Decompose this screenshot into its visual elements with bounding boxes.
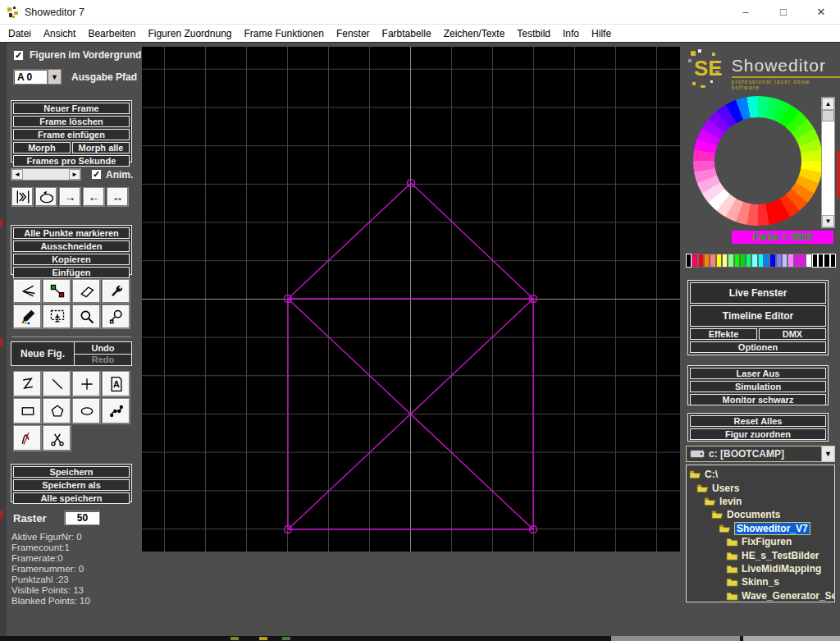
arrow-both-icon-button[interactable]: ↔ [107,187,129,207]
menu-item-fenster[interactable]: Fenster [336,28,370,39]
bezier-icon-button[interactable] [102,398,130,424]
einfuegen-button[interactable]: Einfügen [13,267,130,278]
neuer-frame-button[interactable]: Neuer Frame [13,103,130,114]
tree-item-livemidimapping[interactable]: LiveMidiMapping [689,562,834,575]
tree-item-showeditor-v7[interactable]: Showeditor_V7 [689,522,834,535]
frame-einfuegen-button[interactable]: Frame einfügen [13,129,130,140]
tree-item-skinn-s[interactable]: Skinn_s [689,575,834,588]
alle-speichern-button[interactable]: Alle speichern [13,492,130,504]
minimize-icon[interactable]: – [727,0,765,25]
hand-select-icon-button[interactable] [43,304,71,329]
menu-item-datei[interactable]: Datei [8,28,31,39]
color-scrollbar[interactable]: ▲ ▼ [821,97,835,228]
text-icon-button[interactable]: A [102,371,130,397]
menu-item-zeichen-texte[interactable]: Zeichen/Texte [444,28,505,39]
morph-button[interactable]: Morph [13,142,71,153]
tree-item-users[interactable]: Users [689,481,834,494]
tree-item-documents[interactable]: Documents [689,508,834,521]
ausgabe-pfad-select[interactable]: A 0 [13,69,48,85]
timeline-editor-button[interactable]: Timeline Editor [690,305,826,327]
palette-swatch[interactable] [758,254,764,268]
menu-item-testbild[interactable]: Testbild [517,28,550,39]
neue-fig-button[interactable]: Neue Fig. [11,342,74,365]
palette-swatch[interactable] [716,254,722,268]
palette-swatch[interactable] [710,254,715,268]
zoom-out-icon-button[interactable] [102,304,130,329]
figuren-vordergrund-checkbox[interactable]: ✓ [13,50,24,61]
wave-distribute-icon-button[interactable] [11,187,34,207]
eraser-icon-button[interactable] [72,279,101,304]
tree-item-fixfiguren[interactable]: FixFiguren [689,535,834,548]
color-pick-icon-button[interactable] [13,304,42,329]
palette-swatch[interactable] [812,254,818,268]
menu-item-farbtabelle[interactable]: Farbtabelle [382,28,431,39]
wrench-icon-button[interactable] [102,279,130,304]
live-fenster-button[interactable]: Live Fenster [690,282,826,304]
figur-zuordnen-button[interactable]: Figur zuordnen [690,428,826,440]
curve-icon-button[interactable] [13,425,42,451]
morph-alle-button[interactable]: Morph alle [72,142,130,153]
palette-swatch[interactable] [764,254,769,268]
scroll-left-icon[interactable]: ◄ [11,169,23,180]
scroll-down-icon[interactable]: ▼ [822,215,834,227]
menu-item-ansicht[interactable]: Ansicht [43,28,75,39]
speichern-als-button[interactable]: Speichern als [13,479,130,491]
frame-scrollbar-track[interactable] [23,169,69,180]
menu-item-figuren-zuordnung[interactable]: Figuren Zuordnung [148,28,231,39]
pentagon-icon-button[interactable] [43,398,71,424]
scissors-icon-button[interactable] [43,425,71,451]
undo-button[interactable]: Undo [75,342,131,355]
dmx-button[interactable]: DMX [759,328,826,340]
palette-swatch[interactable] [698,254,704,268]
anim-checkbox[interactable]: ✓ [91,169,102,180]
line-icon-button[interactable] [43,371,71,397]
palette-swatch[interactable] [692,254,697,268]
menu-item-bearbeiten[interactable]: Bearbeiten [88,28,135,39]
ausgabe-pfad-dropdown-icon[interactable]: ▼ [48,69,62,85]
frame-loeschen-button[interactable]: Frame löschen [13,116,130,127]
scroll-up-icon[interactable]: ▲ [822,98,834,110]
drive-select[interactable]: c: [BOOTCAMP] ▼ [686,446,835,462]
palette-swatch[interactable] [746,254,751,268]
tree-item-c-[interactable]: C:\ [689,468,834,481]
frames-pro-sekunde-button[interactable]: Frames pro Sekunde [13,155,130,167]
menu-item-info[interactable]: Info [563,28,579,39]
zoom-in-icon-button[interactable] [72,304,101,329]
tree-item-he-s-testbilder[interactable]: HE_s_TestBilder [689,548,834,561]
palette-swatch[interactable] [769,254,775,268]
palette-swatch[interactable] [794,254,800,268]
palette-swatch[interactable] [740,254,746,268]
color-scrollbar-thumb[interactable] [822,110,834,121]
maximize-icon[interactable]: □ [765,0,802,25]
palette-swatch[interactable] [818,254,824,268]
palette-swatch[interactable] [788,254,793,268]
ellipse-icon-button[interactable] [72,398,101,424]
redo-button[interactable]: Redo [75,355,131,366]
frame-scrollbar[interactable]: ◄ ► [11,168,81,181]
rotate-ellipse-icon-button[interactable] [35,187,57,207]
effekte-button[interactable]: Effekte [690,328,757,340]
palette-swatch[interactable] [686,254,692,268]
point-link-icon-button[interactable] [43,279,71,304]
speichern-button[interactable]: Speichern [13,466,130,478]
monitor-schwarz-button[interactable]: Monitor schwarz [690,394,826,405]
angle-select-icon-button[interactable] [13,279,42,304]
palette-swatch[interactable] [751,254,757,268]
palette-swatch[interactable] [782,254,788,268]
optionen-button[interactable]: Optionen [690,341,826,353]
palette-swatch[interactable] [734,254,740,268]
arrow-left-icon-button[interactable]: ← [83,187,105,207]
cross-icon-button[interactable] [72,371,101,397]
laser-aus-button[interactable]: Laser Aus [690,368,826,379]
palette-swatch[interactable] [728,254,733,268]
palette-swatch[interactable] [776,254,782,268]
freehand-icon-button[interactable] [13,371,42,397]
palette-swatch[interactable] [704,254,710,268]
ausschneiden-button[interactable]: Ausschneiden [13,240,130,252]
scroll-right-icon[interactable]: ► [69,169,80,180]
palette-swatch[interactable] [800,254,806,268]
menu-item-frame-funktionen[interactable]: Frame Funktionen [244,28,324,39]
kopieren-button[interactable]: Kopieren [13,254,130,265]
reset-alles-button[interactable]: Reset Alles [690,415,826,427]
tree-item-levin[interactable]: levin [689,495,834,508]
